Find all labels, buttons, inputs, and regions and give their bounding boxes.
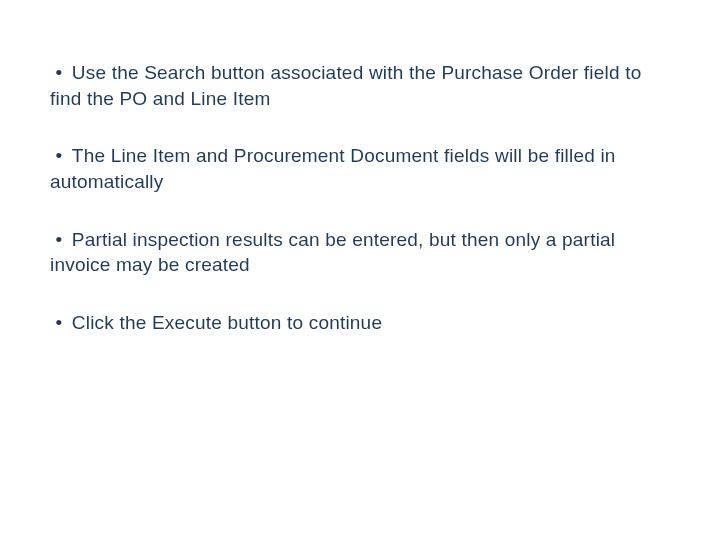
bullet-glyph: • bbox=[50, 62, 68, 83]
bullet-glyph: • bbox=[50, 229, 68, 250]
bullet-glyph: • bbox=[50, 145, 68, 166]
bullet-list: • Use the Search button associated with … bbox=[50, 60, 670, 335]
bullet-text: Use the Search button associated with th… bbox=[50, 62, 641, 109]
bullet-item: • The Line Item and Procurement Document… bbox=[50, 143, 670, 194]
bullet-item: • Partial inspection results can be ente… bbox=[50, 227, 670, 278]
bullet-text: Click the Execute button to continue bbox=[72, 312, 382, 333]
bullet-item: • Click the Execute button to continue bbox=[50, 310, 670, 336]
bullet-glyph: • bbox=[50, 312, 68, 333]
bullet-item: • Use the Search button associated with … bbox=[50, 60, 670, 111]
bullet-text: Partial inspection results can be entere… bbox=[50, 229, 615, 276]
bullet-text: The Line Item and Procurement Document f… bbox=[50, 145, 616, 192]
